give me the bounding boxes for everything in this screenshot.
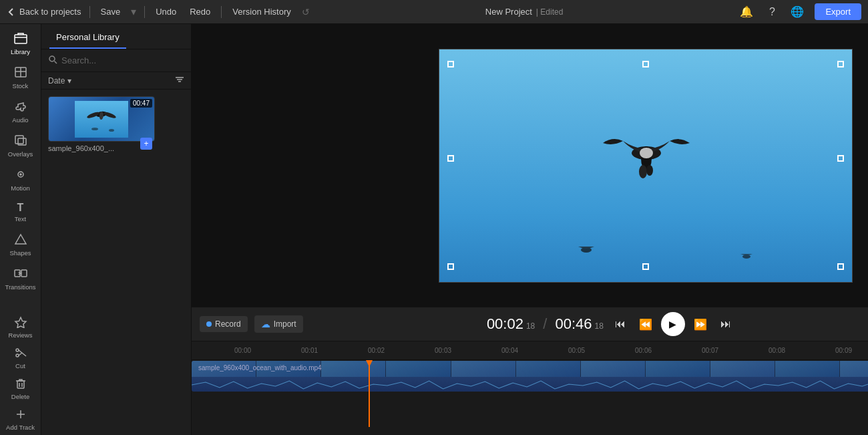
sidebar-label-stock: Stock xyxy=(13,82,29,90)
project-title-area: New Project | Edited xyxy=(310,7,739,17)
track-filename: sample_960x400_ocean_with_audio.mp4 xyxy=(194,362,326,374)
ruler-mark-7: 00:07 xyxy=(699,347,766,354)
sidebar-item-text[interactable]: T Text xyxy=(0,197,41,228)
sidebar-item-audio[interactable]: Audio xyxy=(0,95,41,129)
import-label: Import xyxy=(274,319,296,329)
export-button[interactable]: Export xyxy=(815,3,861,20)
filter-icon[interactable] xyxy=(175,75,184,86)
shapes-icon xyxy=(14,233,27,247)
record-button[interactable]: Record xyxy=(200,316,248,332)
language-icon[interactable]: 🌐 xyxy=(789,4,805,20)
add-track-icon xyxy=(14,408,27,422)
ruler-mark-8: 00:08 xyxy=(766,347,833,354)
delete-icon xyxy=(14,378,27,391)
ruler-mark-9: 00:09 xyxy=(833,347,868,354)
sidebar-item-overlays[interactable]: Overlays xyxy=(0,129,41,163)
svg-line-15 xyxy=(19,350,26,356)
transitions-icon xyxy=(14,267,27,281)
sidebar-item-cut[interactable]: Cut xyxy=(0,343,41,374)
svg-line-23 xyxy=(55,61,57,64)
back-to-projects-button[interactable]: Back to projects xyxy=(7,7,81,17)
ruler-mark-0: 00:00 xyxy=(232,347,298,354)
save-button[interactable]: Save xyxy=(98,5,124,18)
sidebar-item-stock[interactable]: Stock xyxy=(0,61,41,95)
playhead[interactable] xyxy=(369,360,370,427)
svg-point-22 xyxy=(49,56,55,61)
undo-button[interactable]: Undo xyxy=(153,5,179,18)
play-button[interactable]: ▶ xyxy=(661,312,685,336)
topbar-right: 🔔 ? 🌐 Export xyxy=(738,3,861,20)
svg-point-13 xyxy=(16,349,19,351)
save-dropdown-button[interactable]: ▾ xyxy=(131,5,136,18)
svg-line-16 xyxy=(19,353,22,355)
media-filename: sample_960x400_... xyxy=(48,144,155,152)
sidebar-label-transitions: Transitions xyxy=(5,283,35,291)
center-area: Record ☁ Import 00:02 18 / 00:46 18 ⏮ ⏪ … xyxy=(192,24,868,435)
time-display: 00:02 18 / 00:46 18 xyxy=(487,315,604,333)
timeline-tracks: sample_960x400_ocean_with_audio.mp4 xyxy=(192,360,868,427)
date-dropdown-icon: ▾ xyxy=(67,76,71,86)
date-filter-button[interactable]: Date ▾ xyxy=(48,76,71,86)
notifications-icon[interactable]: 🔔 xyxy=(738,4,754,20)
redo-button[interactable]: Redo xyxy=(187,5,213,18)
fast-forward-button[interactable]: ⏩ xyxy=(690,314,710,334)
sidebar-label-overlays: Overlays xyxy=(8,150,33,158)
topbar-left: Back to projects Save ▾ Undo Redo Versio… xyxy=(7,5,310,18)
selection-handle-mr[interactable] xyxy=(837,155,844,162)
cloud-icon: ☁ xyxy=(261,319,270,329)
selection-handle-bm[interactable] xyxy=(642,263,649,270)
sidebar-item-transitions[interactable]: Transitions xyxy=(0,262,41,296)
video-track[interactable]: sample_960x400_ocean_with_audio.mp4 xyxy=(192,361,868,392)
waveform xyxy=(192,378,868,392)
skip-to-end-button[interactable]: ⏭ xyxy=(716,314,736,334)
selection-handle-tl[interactable] xyxy=(447,61,454,67)
sidebar-item-add-track[interactable]: Add Track xyxy=(0,404,41,435)
sidebar-item-motion[interactable]: Motion xyxy=(0,163,41,197)
search-icon xyxy=(48,55,57,66)
svg-point-38 xyxy=(646,165,653,176)
left-sidebar: Library Stock Audio Overlays Motion xyxy=(0,24,41,435)
controls-bar: Record ☁ Import 00:02 18 / 00:46 18 ⏮ ⏪ … xyxy=(192,307,868,341)
selection-handle-tr[interactable] xyxy=(837,61,844,67)
end-time-sub: 18 xyxy=(594,321,603,331)
selection-handle-ml[interactable] xyxy=(447,155,454,162)
svg-rect-11 xyxy=(21,270,27,277)
preview-area xyxy=(192,24,868,307)
version-history-button[interactable]: Version History xyxy=(230,5,293,18)
sidebar-item-delete[interactable]: Delete xyxy=(0,374,41,404)
playback-controls: ⏮ ⏪ ▶ ⏩ ⏭ xyxy=(610,312,736,336)
sidebar-item-library[interactable]: Library xyxy=(0,27,41,61)
library-search-bar xyxy=(41,49,191,72)
media-thumb-item: 00:47 + sample_960x400_... xyxy=(48,96,155,152)
record-dot-icon xyxy=(206,321,212,327)
timeline-area: 00:00 00:01 00:02 00:03 00:04 00:05 00:0… xyxy=(192,341,868,435)
video-preview-inner xyxy=(439,49,852,282)
divider xyxy=(89,6,90,18)
sidebar-label-library: Library xyxy=(11,48,30,55)
skip-to-start-button[interactable]: ⏮ xyxy=(610,314,630,334)
project-title: New Project xyxy=(485,7,532,17)
cut-icon xyxy=(14,347,27,360)
back-label: Back to projects xyxy=(19,7,81,17)
sidebar-label-audio: Audio xyxy=(12,116,28,124)
library-content: 00:47 + sample_960x400_... xyxy=(41,90,191,435)
search-input[interactable] xyxy=(61,55,184,65)
audio-icon xyxy=(14,100,27,114)
sidebar-item-shapes[interactable]: Shapes xyxy=(0,228,41,262)
svg-rect-17 xyxy=(17,381,24,388)
timeline-ruler: 00:00 00:01 00:02 00:03 00:04 00:05 00:0… xyxy=(192,341,868,360)
selection-handle-tm[interactable] xyxy=(642,61,649,67)
media-add-button[interactable]: + xyxy=(140,138,152,150)
svg-marker-9 xyxy=(15,235,26,244)
overlays-icon xyxy=(14,134,27,148)
rewind-button[interactable]: ⏪ xyxy=(636,314,656,334)
help-icon[interactable]: ? xyxy=(764,4,780,20)
reviews-icon xyxy=(14,316,27,329)
sidebar-item-reviews[interactable]: Reviews xyxy=(0,312,41,343)
selection-handle-bl[interactable] xyxy=(447,263,454,270)
personal-library-tab[interactable]: Personal Library xyxy=(49,27,126,49)
import-button[interactable]: ☁ Import xyxy=(254,315,303,333)
sidebar-label-shapes: Shapes xyxy=(9,249,31,257)
video-track-content: sample_960x400_ocean_with_audio.mp4 xyxy=(192,361,868,398)
selection-handle-br[interactable] xyxy=(837,263,844,270)
